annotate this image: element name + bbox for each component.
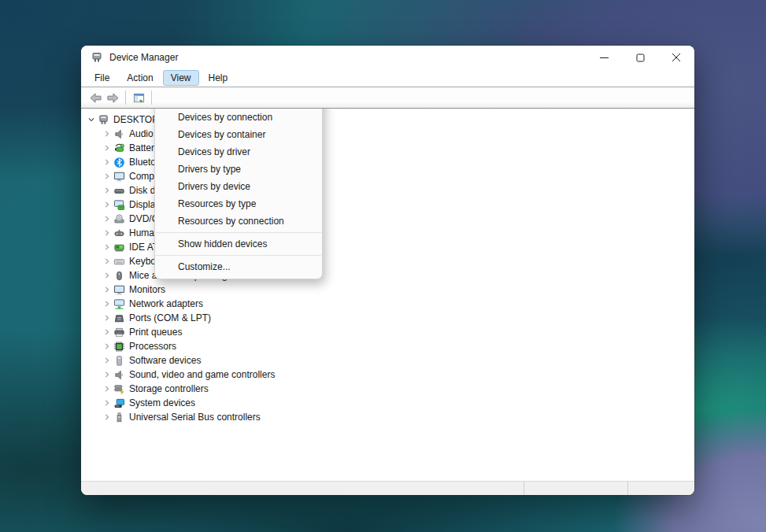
view-menu-item-devices-by-driver[interactable]: Devices by driver	[155, 143, 322, 161]
tree-row-ports-com-lpt[interactable]: Ports (COM & LPT)	[81, 311, 694, 325]
hid-icon	[113, 227, 125, 239]
chevron-right-icon[interactable]	[102, 213, 113, 224]
tree-label: Sound, video and game controllers	[129, 369, 275, 380]
tree-row-storage-controllers[interactable]: Storage controllers	[81, 382, 694, 396]
minimize-icon	[600, 54, 609, 62]
window-controls	[586, 46, 694, 69]
menubar-item-help[interactable]: Help	[201, 70, 236, 86]
toolbar-separator	[125, 91, 126, 105]
view-menu-item-label: Devices by container	[178, 129, 265, 140]
mouse-icon	[113, 270, 125, 282]
speaker-icon	[113, 128, 125, 140]
chevron-right-icon[interactable]	[102, 355, 113, 366]
bluetooth-icon	[113, 157, 125, 168]
chevron-right-icon[interactable]	[102, 199, 113, 210]
processor-icon	[113, 341, 125, 353]
view-menu-item-show-hidden-devices[interactable]: Show hidden devices	[155, 235, 322, 253]
chevron-right-icon[interactable]	[102, 142, 113, 153]
forward-button[interactable]	[104, 89, 121, 106]
tree-row-network-adapters[interactable]: Network adapters	[81, 297, 694, 311]
view-menu-item-label: Resources by type	[178, 198, 256, 209]
dvd-drive-icon	[113, 213, 125, 225]
disk-drive-icon	[113, 185, 125, 197]
computer-icon	[98, 114, 109, 126]
monitor-icon	[113, 171, 125, 183]
tree-row-print-queues[interactable]: Print queues	[81, 325, 694, 339]
statusbar-segment	[627, 482, 694, 495]
menubar-item-file[interactable]: File	[87, 70, 117, 86]
network-adapter-icon	[113, 298, 125, 310]
menubar-item-action[interactable]: Action	[119, 70, 161, 86]
toolbar	[81, 87, 694, 109]
view-menu-item-label: Drivers by type	[178, 164, 241, 175]
port-icon	[113, 312, 125, 324]
view-menu-item-drivers-by-device[interactable]: Drivers by device	[155, 178, 322, 195]
titlebar: Device Manager	[81, 46, 694, 69]
chevron-right-icon[interactable]	[102, 227, 113, 238]
tree-row-processors[interactable]: Processors	[81, 339, 694, 353]
tree-label: Software devices	[129, 355, 201, 366]
view-menu-item-drivers-by-type[interactable]: Drivers by type	[155, 161, 322, 178]
window-title: Device Manager	[109, 52, 178, 63]
tree-label: Monitors	[129, 284, 165, 295]
menubar: FileActionViewHelp	[81, 69, 694, 87]
sound-icon	[113, 369, 125, 381]
battery-icon	[113, 142, 125, 154]
statusbar-segment	[524, 482, 627, 495]
tree-row-system-devices[interactable]: System devices	[81, 396, 694, 410]
display-adapter-icon	[113, 199, 125, 211]
view-menu-item-devices-by-container[interactable]: Devices by container	[155, 126, 322, 143]
chevron-right-icon[interactable]	[102, 270, 113, 281]
back-button[interactable]	[87, 89, 104, 106]
chevron-right-icon[interactable]	[102, 312, 113, 323]
chevron-down-icon[interactable]	[86, 114, 97, 125]
minimize-button[interactable]	[586, 46, 622, 69]
view-menu-item-resources-by-connection[interactable]: Resources by connection	[155, 212, 322, 230]
chevron-right-icon[interactable]	[102, 284, 113, 295]
chevron-right-icon[interactable]	[102, 397, 113, 408]
view-menu-item-label: Resources by connection	[178, 216, 284, 227]
system-device-icon	[113, 397, 125, 409]
show-console-tree-button[interactable]	[130, 89, 147, 106]
tree-label: Print queues	[129, 327, 182, 338]
statusbar	[81, 481, 694, 495]
chevron-right-icon[interactable]	[102, 298, 113, 309]
tree-label: Processors	[129, 341, 176, 352]
view-menu-item-resources-by-type[interactable]: Resources by type	[155, 195, 322, 212]
chevron-right-icon[interactable]	[102, 412, 113, 423]
view-menu-item-devices-by-connection[interactable]: Devices by connection	[155, 109, 322, 126]
chevron-right-icon[interactable]	[102, 171, 113, 182]
tree-row-sound-video-and-game-controllers[interactable]: Sound, video and game controllers	[81, 368, 694, 382]
tree-row-monitors[interactable]: Monitors	[81, 283, 694, 297]
monitor-icon	[113, 284, 125, 296]
tree-row-universal-serial-bus-controllers[interactable]: Universal Serial Bus controllers	[81, 410, 694, 424]
maximize-button[interactable]	[622, 46, 658, 69]
chevron-right-icon[interactable]	[102, 327, 113, 338]
storage-controller-icon	[113, 383, 125, 395]
content-area: DESKTOP-Audio inputs and outputsBatterie…	[81, 109, 694, 481]
menubar-item-view[interactable]: View	[163, 70, 199, 86]
menu-separator	[156, 232, 321, 233]
view-menu-item-customize[interactable]: Customize...	[155, 258, 322, 275]
view-menu-item-label: Devices by connection	[178, 112, 272, 123]
tree-row-software-devices[interactable]: Software devices	[81, 353, 694, 368]
toolbar-separator	[151, 91, 152, 105]
console-tree-icon	[132, 92, 146, 104]
chevron-right-icon[interactable]	[102, 157, 113, 168]
close-button[interactable]	[658, 46, 694, 69]
chevron-right-icon[interactable]	[102, 256, 113, 267]
tree-label: Universal Serial Bus controllers	[129, 412, 261, 423]
chevron-right-icon[interactable]	[102, 242, 113, 253]
tree-label: Network adapters	[129, 298, 203, 309]
device-manager-window: Device Manager FileActionViewHelp DESKTO…	[81, 46, 694, 495]
view-menu-item-label: Customize...	[178, 261, 231, 272]
chevron-right-icon[interactable]	[102, 383, 113, 394]
usb-icon	[113, 412, 125, 423]
chevron-right-icon[interactable]	[102, 341, 113, 352]
forward-arrow-icon	[106, 92, 120, 104]
chevron-right-icon[interactable]	[102, 369, 113, 380]
chevron-right-icon[interactable]	[102, 128, 113, 139]
chevron-right-icon[interactable]	[102, 185, 113, 196]
tree-label: System devices	[129, 397, 195, 408]
keyboard-icon	[113, 256, 125, 268]
